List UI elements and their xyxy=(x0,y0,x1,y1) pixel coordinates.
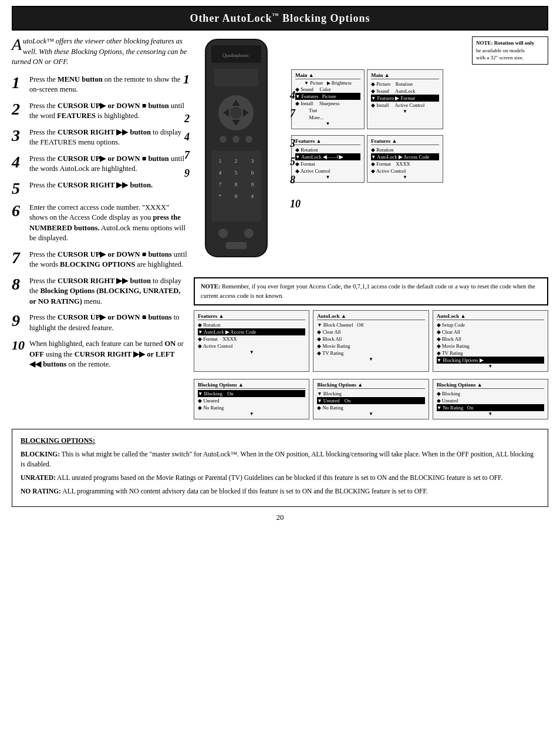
step-text-9: Press the CURSOR UP▶ or DOWN ■ buttons t… xyxy=(29,313,188,333)
autolock-menus-row: Features ▲ ◆ Rotation ▼ AutoLock ▶ Acces… xyxy=(194,310,548,375)
menu-features-1: Features ▲ ◆ Rotation ▼ AutoLock ◀——0▶ ◆… xyxy=(291,135,365,183)
svg-text:7: 7 xyxy=(219,182,222,187)
svg-text:2: 2 xyxy=(235,158,238,164)
page-header: Other AutoLock™ Blocking Options xyxy=(12,6,548,31)
svg-text:8: 8 xyxy=(235,182,238,187)
header-title: Other AutoLock xyxy=(190,12,272,24)
diagrams-column: 1 2 4 7 9 4 7 3 5 8 10 xyxy=(194,36,548,423)
blocking-section-title: BLOCKING OPTIONS: xyxy=(21,435,539,446)
menu-features-2: Features ▲ ◆ Rotation ▼ AutoLock ▶ Acces… xyxy=(367,135,443,183)
svg-point-26 xyxy=(218,229,228,238)
step-4: 4 Press the CURSOR UP▶ or DOWN ■ button … xyxy=(12,154,188,174)
step-text-3: Press the CURSOR RIGHT ▶▶ button to disp… xyxy=(29,127,188,148)
step-text-10: When highlighted, each feature can be tu… xyxy=(29,339,188,370)
drop-cap: A xyxy=(12,36,22,53)
page-number: 20 xyxy=(0,513,560,522)
no-rating-text: NO RATING: ALL programming with NO conte… xyxy=(21,486,539,496)
blocking-menus-row: Blocking Options ▲ ▼ Blocking On ◆ Unrat… xyxy=(194,379,548,423)
blocking-options-section: BLOCKING OPTIONS: BLOCKING: This is what… xyxy=(12,429,548,507)
step-labels-right: 4 7 3 5 8 10 xyxy=(290,89,301,210)
step-number-3: 3 xyxy=(12,127,25,144)
svg-text:6: 6 xyxy=(251,170,254,176)
step-9: 9 Press the CURSOR UP▶ or DOWN ■ buttons… xyxy=(12,313,188,333)
right-menus: NOTE: Rotation will only be available on… xyxy=(291,36,548,186)
blocking-text: BLOCKING: This is what might be called t… xyxy=(21,449,539,470)
svg-rect-3 xyxy=(214,69,258,86)
svg-point-11 xyxy=(232,136,239,143)
svg-point-12 xyxy=(245,136,252,143)
menu-main-2: Main ▲ ◆ Picture Rotation ◆ Sound AutoLo… xyxy=(367,69,443,129)
step-labels-left: 2 4 7 9 xyxy=(184,113,190,180)
step-number-2: 2 xyxy=(12,101,25,117)
note-rotation: NOTE: Rotation will only be available on… xyxy=(472,36,548,65)
step-number-5: 5 xyxy=(12,180,25,197)
step-text-8: Press the CURSOR RIGHT ▶▶ button to disp… xyxy=(29,276,188,307)
step-number-6: 6 xyxy=(12,203,25,219)
svg-text:#: # xyxy=(251,193,254,199)
step-label-1: 1 xyxy=(183,72,190,87)
steps-column: AutoLock™ offers the viewer other blocki… xyxy=(12,36,188,423)
step-5: 5 Press the CURSOR RIGHT ▶▶ button. xyxy=(12,180,188,197)
step-number-4: 4 xyxy=(12,154,25,170)
step-text-4: Press the CURSOR UP▶ or DOWN ■ button un… xyxy=(29,154,188,174)
step-6: 6 Enter the correct access code number. … xyxy=(12,203,188,244)
header-title2: Blocking Options xyxy=(279,12,370,24)
svg-text:Quadraphonic: Quadraphonic xyxy=(222,53,249,58)
svg-rect-28 xyxy=(226,242,247,249)
step-text-5: Press the CURSOR RIGHT ▶▶ button. xyxy=(29,180,153,191)
step-number-7: 7 xyxy=(12,250,25,266)
unrated-text: UNRATED: ALL unrated programs based on t… xyxy=(21,473,539,483)
svg-text:1: 1 xyxy=(219,158,222,164)
intro-text: AutoLock™ offers the viewer other blocki… xyxy=(12,36,188,68)
step-number-8: 8 xyxy=(12,276,25,293)
svg-text:4: 4 xyxy=(219,170,222,176)
note-remember: NOTE: Remember, if you ever forget your … xyxy=(194,277,548,305)
menu-autolock-2: AutoLock ▲ ◆ Setup Code ◆ Clear All ◆ Bl… xyxy=(433,310,548,372)
step-text-1: Press the MENU button on the remote to s… xyxy=(29,75,188,95)
header-tm: ™ xyxy=(272,12,279,19)
step-text-7: Press the CURSOR UP▶ or DOWN ■ buttons u… xyxy=(29,250,188,270)
svg-text:*: * xyxy=(219,193,222,199)
svg-text:0: 0 xyxy=(235,193,238,199)
svg-point-27 xyxy=(244,229,254,238)
step-3: 3 Press the CURSOR RIGHT ▶▶ button to di… xyxy=(12,127,188,148)
step-10: 10 When highlighted, each feature can be… xyxy=(12,339,188,370)
menu-blocking-1: Blocking Options ▲ ▼ Blocking On ◆ Unrat… xyxy=(194,379,309,419)
svg-text:3: 3 xyxy=(251,158,254,164)
step-7: 7 Press the CURSOR UP▶ or DOWN ■ buttons… xyxy=(12,250,188,270)
step-2: 2 Press the CURSOR UP▶ or DOWN ■ button … xyxy=(12,101,188,122)
step-number-1: 1 xyxy=(12,75,25,91)
step-number-9: 9 xyxy=(12,313,25,329)
remote-svg: Quadraphonic xyxy=(194,36,279,271)
menu-autolock-1: AutoLock ▲ ▼ Block Channel Off ◆ Clear A… xyxy=(313,310,429,372)
menu-main-1: Main ▲ ▼ Picture ▶ Brightness ◆ Sound Co… xyxy=(291,69,365,129)
step-text-6: Enter the correct access code number. "X… xyxy=(29,203,188,244)
step-number-10: 10 xyxy=(12,339,25,352)
menu-blocking-2: Blocking Options ▲ ▼ Blocking ▼ Unrated … xyxy=(313,379,429,419)
svg-text:5: 5 xyxy=(235,170,238,176)
svg-point-9 xyxy=(230,107,242,119)
menu-blocking-3: Blocking Options ▲ ◆ Blocking ◆ Unrated … xyxy=(433,379,548,419)
step-1: 1 Press the MENU button on the remote to… xyxy=(12,75,188,95)
svg-point-10 xyxy=(220,136,227,143)
svg-text:9: 9 xyxy=(251,182,254,187)
menu-features-access: Features ▲ ◆ Rotation ▼ AutoLock ▶ Acces… xyxy=(194,310,309,372)
step-text-2: Press the CURSOR UP▶ or DOWN ■ button un… xyxy=(29,101,188,122)
step-8: 8 Press the CURSOR RIGHT ▶▶ button to di… xyxy=(12,276,188,307)
